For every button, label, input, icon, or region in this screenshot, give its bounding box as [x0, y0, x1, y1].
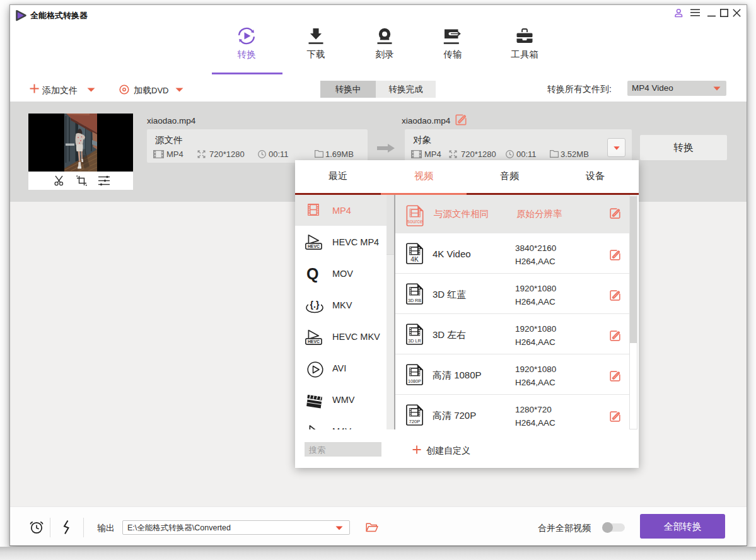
svg-text:{.}: {.}	[310, 300, 320, 310]
svg-text:1080P: 1080P	[408, 378, 421, 384]
svg-text:HEVC: HEVC	[308, 244, 320, 248]
svg-text:720P: 720P	[409, 419, 420, 424]
svg-text:HEVC: HEVC	[308, 339, 320, 344]
svg-text:3D LR: 3D LR	[408, 338, 421, 344]
svg-text:4K: 4K	[410, 256, 419, 263]
svg-text:source: source	[407, 219, 423, 225]
svg-text:3D RB: 3D RB	[408, 298, 421, 303]
